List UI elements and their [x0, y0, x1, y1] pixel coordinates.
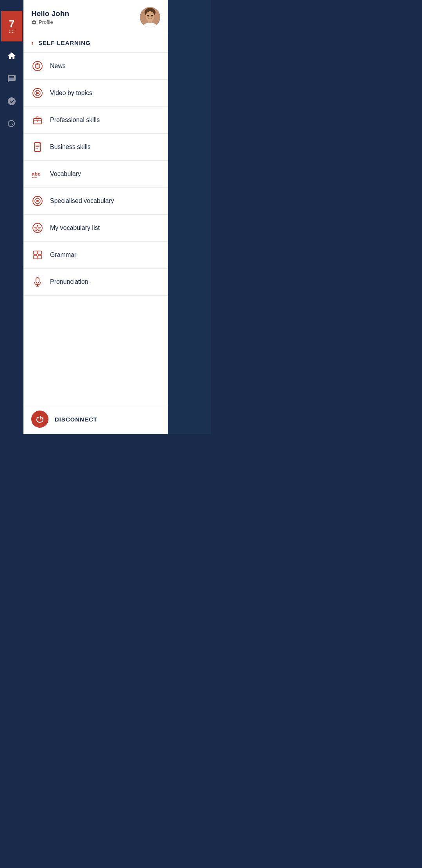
menu-panel: Hello John Profile [23, 0, 168, 434]
avatar-svg [140, 7, 160, 27]
menu-item-video-by-topics[interactable]: Video by topics [23, 80, 168, 107]
section-header: ‹ SELF LEARNING [23, 33, 168, 53]
profile-link[interactable]: Profile [31, 19, 69, 25]
menu-item-video-label: Video by topics [50, 90, 92, 97]
puzzle-icon [31, 249, 44, 261]
menu-item-pronunciation-label: Pronunciation [50, 278, 88, 285]
abc-icon: abc [31, 168, 44, 180]
menu-item-news[interactable]: News [23, 53, 168, 80]
menu-item-business-label: Business skills [50, 143, 91, 151]
video-icon [31, 87, 44, 99]
svg-point-33 [36, 254, 39, 256]
menu-item-specialised-vocabulary[interactable]: Specialised vocabulary [23, 188, 168, 215]
svg-point-22 [36, 200, 39, 202]
sidebar: 7 :::: [0, 0, 23, 434]
news-icon [31, 60, 44, 72]
star-icon [31, 222, 44, 234]
right-content-area [168, 0, 211, 434]
app-icon[interactable]: 7 :::: [1, 11, 22, 41]
svg-point-2 [146, 11, 154, 22]
header: Hello John Profile [23, 0, 168, 33]
svg-text:abc: abc [32, 171, 40, 177]
menu-item-grammar[interactable]: Grammar [23, 242, 168, 269]
sidebar-item-chat[interactable] [1, 67, 22, 90]
document-icon [31, 141, 44, 153]
menu-item-pronunciation[interactable]: Pronunciation [23, 269, 168, 296]
power-icon [36, 415, 44, 423]
svg-point-5 [147, 15, 149, 17]
menu-item-my-vocabulary-list[interactable]: My vocabulary list [23, 215, 168, 242]
svg-rect-34 [36, 278, 39, 283]
menu-item-professional-skills[interactable]: Professional skills [23, 107, 168, 134]
section-title: SELF LEARNING [38, 39, 91, 46]
disconnect-footer[interactable]: DISCONNECT [23, 404, 168, 434]
sidebar-item-home[interactable] [1, 45, 22, 67]
menu-item-vocabulary-list-label: My vocabulary list [50, 224, 100, 231]
header-text: Hello John Profile [31, 9, 69, 25]
back-button[interactable]: ‹ [31, 39, 34, 47]
menu-item-business-skills[interactable]: Business skills [23, 134, 168, 161]
menu-item-grammar-label: Grammar [50, 251, 77, 258]
disconnect-label: DISCONNECT [55, 416, 97, 423]
svg-point-27 [33, 223, 42, 233]
right-content-overlay [168, 0, 211, 434]
sidebar-item-stats[interactable] [1, 113, 22, 135]
sidebar-item-explore[interactable] [1, 90, 22, 113]
menu-item-professional-label: Professional skills [50, 117, 100, 124]
profile-label[interactable]: Profile [39, 19, 53, 25]
svg-point-6 [151, 15, 153, 17]
disconnect-icon [31, 411, 48, 428]
greeting: Hello John [31, 9, 69, 18]
menu-item-vocabulary-label: Vocabulary [50, 170, 81, 178]
target-icon [31, 195, 44, 207]
svg-rect-11 [34, 118, 41, 124]
gear-icon [31, 20, 37, 25]
avatar[interactable] [140, 7, 160, 27]
menu-item-vocabulary[interactable]: abc Vocabulary [23, 161, 168, 188]
app-sub: :::: [9, 29, 15, 34]
microphone-icon [31, 276, 44, 288]
app-number: 7 [9, 19, 14, 29]
briefcase-icon [31, 114, 44, 126]
menu-item-news-label: News [50, 63, 66, 70]
menu-item-specialised-label: Specialised vocabulary [50, 197, 114, 204]
menu-items-list: News Video by topics [23, 53, 168, 404]
svg-marker-28 [34, 225, 41, 231]
svg-point-7 [33, 61, 42, 71]
